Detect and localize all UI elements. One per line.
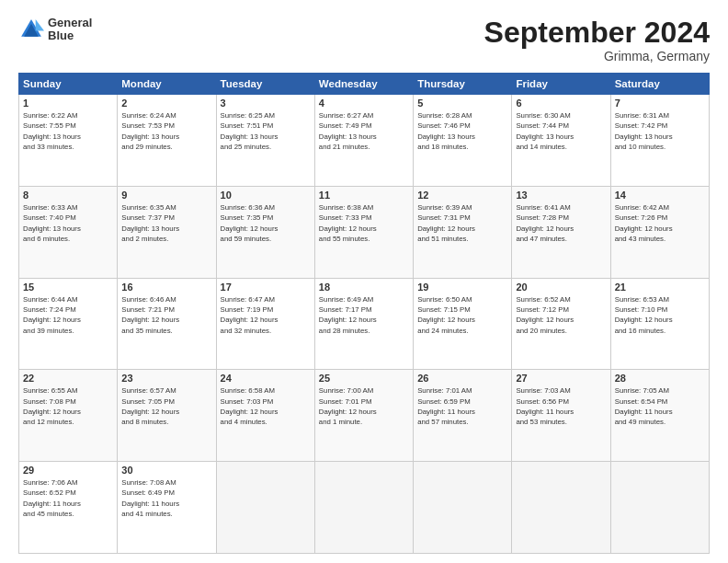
calendar-cell bbox=[314, 462, 413, 554]
location-subtitle: Grimma, Germany bbox=[484, 49, 710, 63]
calendar-cell bbox=[414, 462, 512, 554]
day-number: 30 bbox=[121, 465, 211, 476]
logo-text: General Blue bbox=[48, 17, 92, 43]
header: General Blue September 2024 Grimma, Germ… bbox=[18, 17, 710, 63]
day-number: 19 bbox=[417, 282, 507, 293]
day-info: Sunrise: 6:47 AM Sunset: 7:19 PM Dayligh… bbox=[221, 294, 311, 336]
day-info: Sunrise: 7:03 AM Sunset: 6:56 PM Dayligh… bbox=[516, 385, 606, 427]
day-info: Sunrise: 7:05 AM Sunset: 6:54 PM Dayligh… bbox=[615, 385, 705, 427]
day-info: Sunrise: 6:31 AM Sunset: 7:42 PM Dayligh… bbox=[615, 110, 705, 152]
calendar-table: SundayMondayTuesdayWednesdayThursdayFrid… bbox=[18, 73, 710, 554]
day-number: 12 bbox=[417, 190, 507, 201]
day-info: Sunrise: 6:55 AM Sunset: 7:08 PM Dayligh… bbox=[23, 385, 113, 427]
day-header-thursday: Thursday bbox=[414, 74, 512, 95]
calendar-cell bbox=[512, 462, 610, 554]
day-number: 20 bbox=[516, 282, 606, 293]
day-info: Sunrise: 6:22 AM Sunset: 7:55 PM Dayligh… bbox=[23, 110, 113, 152]
day-number: 15 bbox=[23, 282, 113, 293]
calendar-cell: 20Sunrise: 6:52 AM Sunset: 7:12 PM Dayli… bbox=[512, 278, 610, 370]
calendar-cell: 28Sunrise: 7:05 AM Sunset: 6:54 PM Dayli… bbox=[610, 370, 709, 462]
calendar-cell: 1Sunrise: 6:22 AM Sunset: 7:55 PM Daylig… bbox=[19, 95, 118, 187]
day-number: 7 bbox=[615, 98, 705, 109]
day-number: 2 bbox=[121, 98, 211, 109]
day-header-saturday: Saturday bbox=[610, 74, 709, 95]
day-number: 28 bbox=[615, 373, 705, 384]
calendar-cell: 23Sunrise: 6:57 AM Sunset: 7:05 PM Dayli… bbox=[118, 370, 216, 462]
calendar-cell: 25Sunrise: 7:00 AM Sunset: 7:01 PM Dayli… bbox=[314, 370, 413, 462]
calendar-cell: 4Sunrise: 6:27 AM Sunset: 7:49 PM Daylig… bbox=[314, 95, 413, 187]
day-info: Sunrise: 6:50 AM Sunset: 7:15 PM Dayligh… bbox=[417, 294, 507, 336]
day-number: 29 bbox=[23, 465, 113, 476]
day-info: Sunrise: 7:06 AM Sunset: 6:52 PM Dayligh… bbox=[23, 477, 113, 519]
day-number: 5 bbox=[417, 98, 507, 109]
day-info: Sunrise: 6:33 AM Sunset: 7:40 PM Dayligh… bbox=[23, 202, 113, 244]
calendar-cell: 17Sunrise: 6:47 AM Sunset: 7:19 PM Dayli… bbox=[216, 278, 314, 370]
day-header-sunday: Sunday bbox=[19, 74, 118, 95]
calendar-cell: 19Sunrise: 6:50 AM Sunset: 7:15 PM Dayli… bbox=[414, 278, 512, 370]
day-info: Sunrise: 6:42 AM Sunset: 7:26 PM Dayligh… bbox=[615, 202, 705, 244]
calendar-cell: 8Sunrise: 6:33 AM Sunset: 7:40 PM Daylig… bbox=[19, 186, 118, 278]
day-header-wednesday: Wednesday bbox=[314, 74, 413, 95]
calendar-cell: 30Sunrise: 7:08 AM Sunset: 6:49 PM Dayli… bbox=[118, 462, 216, 554]
day-number: 3 bbox=[221, 98, 311, 109]
day-info: Sunrise: 6:49 AM Sunset: 7:17 PM Dayligh… bbox=[319, 294, 409, 336]
calendar-cell: 13Sunrise: 6:41 AM Sunset: 7:28 PM Dayli… bbox=[512, 186, 610, 278]
day-info: Sunrise: 6:36 AM Sunset: 7:35 PM Dayligh… bbox=[221, 202, 311, 244]
day-number: 14 bbox=[615, 190, 705, 201]
day-number: 27 bbox=[516, 373, 606, 384]
day-number: 4 bbox=[319, 98, 409, 109]
day-info: Sunrise: 7:08 AM Sunset: 6:49 PM Dayligh… bbox=[121, 477, 211, 519]
day-number: 16 bbox=[121, 282, 211, 293]
day-number: 10 bbox=[221, 190, 311, 201]
calendar-header-row: SundayMondayTuesdayWednesdayThursdayFrid… bbox=[19, 74, 710, 95]
day-info: Sunrise: 6:30 AM Sunset: 7:44 PM Dayligh… bbox=[516, 110, 606, 152]
calendar-cell: 18Sunrise: 6:49 AM Sunset: 7:17 PM Dayli… bbox=[314, 278, 413, 370]
calendar-week-4: 22Sunrise: 6:55 AM Sunset: 7:08 PM Dayli… bbox=[19, 370, 710, 462]
logo-line1: General bbox=[48, 17, 92, 29]
logo-line2: Blue bbox=[48, 29, 92, 42]
calendar-cell: 15Sunrise: 6:44 AM Sunset: 7:24 PM Dayli… bbox=[19, 278, 118, 370]
day-info: Sunrise: 6:44 AM Sunset: 7:24 PM Dayligh… bbox=[23, 294, 113, 336]
calendar-cell: 26Sunrise: 7:01 AM Sunset: 6:59 PM Dayli… bbox=[414, 370, 512, 462]
day-header-tuesday: Tuesday bbox=[216, 74, 314, 95]
calendar-cell: 24Sunrise: 6:58 AM Sunset: 7:03 PM Dayli… bbox=[216, 370, 314, 462]
day-header-friday: Friday bbox=[512, 74, 610, 95]
day-number: 1 bbox=[23, 98, 113, 109]
calendar-cell: 2Sunrise: 6:24 AM Sunset: 7:53 PM Daylig… bbox=[118, 95, 216, 187]
day-info: Sunrise: 6:24 AM Sunset: 7:53 PM Dayligh… bbox=[121, 110, 211, 152]
day-number: 22 bbox=[23, 373, 113, 384]
day-number: 9 bbox=[121, 190, 211, 201]
calendar-cell: 29Sunrise: 7:06 AM Sunset: 6:52 PM Dayli… bbox=[19, 462, 118, 554]
day-info: Sunrise: 7:00 AM Sunset: 7:01 PM Dayligh… bbox=[319, 385, 409, 427]
page: General Blue September 2024 Grimma, Germ… bbox=[0, 0, 728, 563]
day-number: 6 bbox=[516, 98, 606, 109]
day-number: 11 bbox=[319, 190, 409, 201]
day-info: Sunrise: 6:28 AM Sunset: 7:46 PM Dayligh… bbox=[417, 110, 507, 152]
day-number: 26 bbox=[417, 373, 507, 384]
day-info: Sunrise: 6:25 AM Sunset: 7:51 PM Dayligh… bbox=[221, 110, 311, 152]
calendar-cell: 22Sunrise: 6:55 AM Sunset: 7:08 PM Dayli… bbox=[19, 370, 118, 462]
calendar-cell: 6Sunrise: 6:30 AM Sunset: 7:44 PM Daylig… bbox=[512, 95, 610, 187]
calendar-cell: 14Sunrise: 6:42 AM Sunset: 7:26 PM Dayli… bbox=[610, 186, 709, 278]
day-number: 18 bbox=[319, 282, 409, 293]
day-info: Sunrise: 6:27 AM Sunset: 7:49 PM Dayligh… bbox=[319, 110, 409, 152]
svg-marker-2 bbox=[36, 19, 44, 30]
calendar-week-2: 8Sunrise: 6:33 AM Sunset: 7:40 PM Daylig… bbox=[19, 186, 710, 278]
logo-icon bbox=[18, 17, 44, 42]
calendar-cell: 7Sunrise: 6:31 AM Sunset: 7:42 PM Daylig… bbox=[610, 95, 709, 187]
day-number: 23 bbox=[121, 373, 211, 384]
calendar-cell bbox=[610, 462, 709, 554]
day-info: Sunrise: 6:53 AM Sunset: 7:10 PM Dayligh… bbox=[615, 294, 705, 336]
day-info: Sunrise: 6:41 AM Sunset: 7:28 PM Dayligh… bbox=[516, 202, 606, 244]
day-info: Sunrise: 7:01 AM Sunset: 6:59 PM Dayligh… bbox=[417, 385, 507, 427]
day-number: 25 bbox=[319, 373, 409, 384]
day-info: Sunrise: 6:46 AM Sunset: 7:21 PM Dayligh… bbox=[121, 294, 211, 336]
day-info: Sunrise: 6:38 AM Sunset: 7:33 PM Dayligh… bbox=[319, 202, 409, 244]
calendar-cell: 27Sunrise: 7:03 AM Sunset: 6:56 PM Dayli… bbox=[512, 370, 610, 462]
day-info: Sunrise: 6:57 AM Sunset: 7:05 PM Dayligh… bbox=[121, 385, 211, 427]
calendar-week-1: 1Sunrise: 6:22 AM Sunset: 7:55 PM Daylig… bbox=[19, 95, 710, 187]
calendar-cell: 9Sunrise: 6:35 AM Sunset: 7:37 PM Daylig… bbox=[118, 186, 216, 278]
day-number: 13 bbox=[516, 190, 606, 201]
calendar-cell: 11Sunrise: 6:38 AM Sunset: 7:33 PM Dayli… bbox=[314, 186, 413, 278]
day-info: Sunrise: 6:52 AM Sunset: 7:12 PM Dayligh… bbox=[516, 294, 606, 336]
